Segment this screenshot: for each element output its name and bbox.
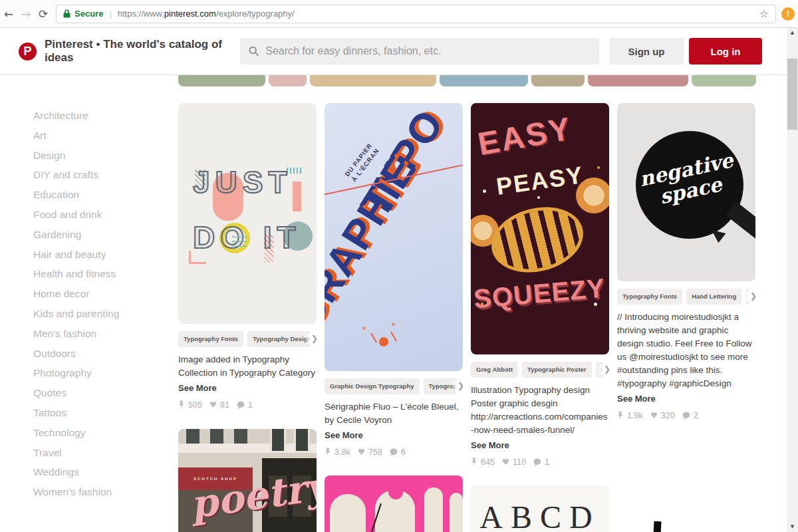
topic-chip[interactable] — [178, 75, 265, 86]
art-shape — [576, 178, 609, 213]
pin-image-abcd-serif[interactable]: ABCD — [471, 485, 609, 532]
pin-card: JUST DO IT ~~~~~~~~~ Typography Fonts Ty… — [178, 103, 317, 410]
pin-image-typographie[interactable]: TYPO GRAPHIE DU PAPIERÀ L'ÉCRAN ✕ ✕ — [325, 103, 463, 371]
address-bar[interactable]: Secure | https://www.pinterest.com/explo… — [56, 5, 776, 23]
browser-alert-badge[interactable]: ! — [781, 7, 795, 21]
sidebar-item-tattoos[interactable]: Tattoos — [33, 403, 173, 423]
pin-tag[interactable]: Greg Abbott — [471, 362, 518, 378]
sidebar-item-food-and-drink[interactable]: Food and drink — [33, 205, 173, 225]
tags-overflow-chevron[interactable]: ❯ — [451, 381, 464, 390]
page-url[interactable]: https://www.pinterest.com/explore/typogr… — [118, 9, 295, 19]
pin-image-pink-shapes[interactable] — [325, 475, 463, 532]
sidebar-item-weddings[interactable]: Weddings — [33, 462, 173, 482]
pin-tag[interactable]: Graphic Design Typography — [325, 378, 420, 394]
sidebar-item-education[interactable]: Education — [33, 185, 173, 205]
sidebar-item-technology[interactable]: Technology — [33, 423, 173, 443]
login-button[interactable]: Log in — [689, 38, 762, 65]
topic-chip[interactable] — [531, 75, 585, 86]
page-scrollbar[interactable]: ▲ ▼ — [787, 28, 798, 532]
pin-card: SCOTCH SHOP poetry — [178, 429, 317, 532]
see-more-link[interactable]: See More — [471, 440, 609, 450]
pin-stats: 1.9k ♥ 320 2 — [617, 410, 755, 420]
tags-overflow-chevron[interactable]: ❯ — [305, 334, 318, 343]
comment-count: 1 — [248, 400, 253, 410]
pin-image-just-do-it[interactable]: JUST DO IT ~~~~~~~~~ — [178, 103, 317, 324]
pin-image-negative-space[interactable]: negative space — [617, 103, 755, 281]
pin-count-icon — [325, 448, 331, 456]
see-more-link[interactable]: See More — [178, 383, 317, 393]
sidebar-item-womens-fashion[interactable]: Women's fashion — [33, 482, 173, 502]
comment-icon — [237, 401, 245, 409]
heart-icon: ♥ — [209, 400, 217, 410]
topic-chip[interactable] — [310, 75, 436, 86]
search-input[interactable] — [265, 45, 591, 57]
art-shape — [450, 493, 463, 532]
artwork-text: ABCD — [471, 499, 609, 532]
sidebar-item-hair-and-beauty[interactable]: Hair and beauty — [33, 245, 173, 265]
pinterest-logo[interactable]: P — [19, 43, 37, 61]
sidebar-item-quotes[interactable]: Quotes — [33, 383, 173, 403]
like-count: 758 — [368, 448, 382, 457]
sidebar-item-outdoors[interactable]: Outdoors — [33, 344, 173, 364]
heart-icon: ♥ — [650, 410, 658, 420]
sidebar-item-architecture[interactable]: Architecture — [33, 106, 173, 126]
pin-tag[interactable]: Typography Fonts — [178, 331, 243, 347]
pin-tag[interactable]: Typography Design — [247, 331, 310, 347]
pin-image-letterform[interactable] — [617, 438, 755, 532]
art-shape — [390, 332, 397, 342]
scrollbar-thumb[interactable] — [787, 59, 797, 130]
sidebar-item-diy-and-crafts[interactable]: DIY and crafts — [33, 165, 173, 185]
topic-chip[interactable] — [692, 75, 756, 86]
sidebar-item-health-and-fitness[interactable]: Health and fitness — [33, 264, 173, 284]
sidebar-item-travel[interactable]: Travel — [33, 443, 173, 463]
art-shape — [485, 198, 591, 281]
like-count: 320 — [661, 411, 675, 420]
like-count: 91 — [220, 400, 229, 410]
sidebar-item-photography[interactable]: Photography — [33, 363, 173, 383]
comment-icon — [533, 458, 541, 466]
related-topic-chips — [178, 75, 756, 86]
reload-button[interactable]: ⟳ — [35, 7, 52, 21]
artwork-text: JUST — [193, 164, 293, 200]
bookmark-star-icon[interactable]: ☆ — [759, 7, 769, 20]
see-more-link[interactable]: See More — [325, 430, 463, 440]
sidebar-item-mens-fashion[interactable]: Men's fashion — [33, 324, 173, 344]
save-count: 3.8k — [334, 448, 350, 457]
pin-tag[interactable]: Typographic Poster — [522, 362, 592, 378]
sidebar-item-home-decor[interactable]: Home decor — [33, 284, 173, 304]
heart-icon: ♥ — [358, 447, 365, 457]
pin-image-easy-peasy[interactable]: EASY PEASY SQUEEZY — [471, 103, 609, 354]
art-shape — [652, 521, 661, 532]
art-shape — [424, 487, 443, 532]
comment-count: 1 — [545, 458, 549, 467]
tags-overflow-chevron[interactable]: ❯ — [597, 364, 610, 374]
see-more-link[interactable]: See More — [617, 394, 755, 404]
art-shape: ✕ — [362, 325, 367, 332]
pin-stats: 505 ♥ 91 1 — [178, 400, 317, 410]
pin-description: Illustration Typography design Poster gr… — [471, 384, 609, 437]
art-shape — [483, 190, 486, 193]
pin-card: TYPO GRAPHIE DU PAPIERÀ L'ÉCRAN ✕ ✕ Grap… — [325, 103, 463, 457]
topic-chip[interactable] — [269, 75, 307, 86]
comment-icon — [682, 412, 690, 420]
sidebar-item-kids-and-parenting[interactable]: Kids and parenting — [33, 304, 173, 324]
topic-chip[interactable] — [588, 75, 688, 86]
art-shape — [594, 303, 597, 306]
pin-tag[interactable]: Hand Lettering — [686, 289, 741, 305]
sidebar-item-gardening[interactable]: Gardening — [33, 225, 173, 245]
pin-tag[interactable]: Typography Fonts — [617, 289, 682, 305]
sidebar-item-art[interactable]: Art — [33, 126, 173, 146]
topic-chip[interactable] — [440, 75, 528, 86]
scroll-down-arrow[interactable]: ▼ — [787, 522, 798, 532]
pin-count-icon — [178, 400, 185, 409]
forward-button[interactable]: → — [17, 7, 35, 21]
pin-image-street-lettering[interactable]: SCOTCH SHOP poetry — [178, 429, 317, 532]
back-button[interactable]: ← — [0, 7, 17, 21]
art-shape: ✕ — [391, 321, 396, 328]
scroll-up-arrow[interactable]: ▲ — [787, 28, 798, 38]
search-bar[interactable] — [240, 38, 599, 65]
art-shape — [537, 196, 540, 199]
tags-overflow-chevron[interactable]: ❯ — [743, 291, 757, 301]
sidebar-item-design[interactable]: Design — [33, 146, 173, 166]
signup-button[interactable]: Sign up — [609, 38, 684, 65]
